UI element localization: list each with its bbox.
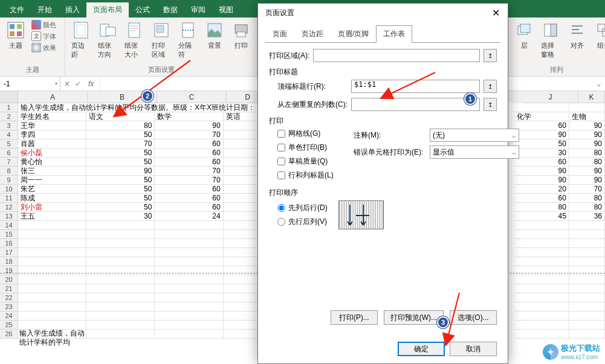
row-header[interactable]: 4 [0,130,18,139]
cell[interactable]: 侯小磊 [18,148,86,158]
cell[interactable]: 60 [155,139,223,148]
theme-fonts[interactable]: 文字体 [30,31,57,42]
cell[interactable]: 60 [155,185,223,194]
cell[interactable]: 陈成 [18,194,86,203]
cancel-button[interactable]: 取消 [450,342,497,356]
orientation-button[interactable]: 纸张方向 [95,19,120,60]
cell[interactable]: 80 [86,121,155,130]
cell[interactable]: 李四 [18,130,86,139]
cell[interactable]: 90 [569,121,605,130]
cell[interactable] [18,302,86,311]
cell[interactable] [18,239,86,248]
cell[interactable]: 刘小雷 [18,203,86,212]
breaks-button[interactable]: 分隔符 [176,19,200,60]
cell[interactable] [18,321,86,330]
check-gridlines[interactable]: 网格线(G) [277,129,344,139]
cell[interactable]: 50 [86,203,155,212]
col-B[interactable]: B [88,91,157,103]
cell[interactable]: 50 [514,139,569,148]
row-header[interactable]: 24 [0,311,18,321]
cell[interactable] [155,321,223,330]
background-button[interactable]: 背景 [202,19,227,51]
cell[interactable]: 70 [86,139,155,148]
check-draft[interactable]: 草稿质量(Q) [277,156,344,167]
tab-home[interactable]: 开始 [31,2,59,18]
cell[interactable]: 朱艺 [18,185,86,194]
cell[interactable]: 王五 [18,212,86,221]
row-header[interactable]: 8 [0,167,18,176]
cell[interactable] [569,221,605,230]
cell[interactable] [86,330,155,339]
cell[interactable]: 24 [155,212,223,221]
row-header[interactable]: 6 [0,148,18,158]
align-button[interactable]: 对齐 [565,19,589,51]
top-row-input[interactable]: $1:$1 [351,80,480,93]
row-header[interactable]: 15 [0,230,18,239]
cell[interactable] [86,302,155,311]
row-header[interactable]: 11 [0,194,18,203]
cell[interactable] [155,293,223,302]
left-col-input[interactable] [351,98,480,111]
left-col-picker-icon[interactable]: ↥ [484,98,497,111]
cell[interactable]: 50 [86,194,155,203]
cell[interactable] [514,248,569,257]
cell[interactable] [514,293,569,302]
cell[interactable]: 45 [514,212,569,221]
cell[interactable]: 60 [514,194,569,203]
cell[interactable]: 90 [155,121,223,130]
cell[interactable] [155,302,223,311]
row-header[interactable]: 7 [0,158,18,167]
tab-review[interactable]: 审阅 [184,2,212,18]
cell[interactable] [569,239,605,248]
cell[interactable] [18,311,86,321]
cell[interactable]: 张三 [18,167,86,176]
cell[interactable] [514,103,569,112]
cell[interactable]: 70 [155,130,223,139]
tab-header-footer[interactable]: 页眉/页脚 [331,25,376,43]
cell[interactable] [155,330,223,339]
cell[interactable]: 80 [569,194,605,203]
theme-effects[interactable]: 效果 [30,42,57,53]
cell[interactable]: 90 [569,130,605,139]
cell[interactable] [18,284,86,293]
name-box[interactable]: -1 [0,77,60,91]
cell[interactable] [86,230,155,239]
select-all-corner[interactable] [0,91,18,103]
cell[interactable] [569,230,605,239]
tab-page-layout[interactable]: 页面布局 [86,2,129,18]
radio-down-over[interactable]: 先列后行(D) [277,203,328,213]
cell[interactable]: 50 [86,185,155,194]
cell[interactable] [569,321,605,330]
cell[interactable] [86,239,155,248]
cell[interactable] [18,257,86,266]
cell[interactable] [569,311,605,321]
cell[interactable] [86,284,155,293]
cell[interactable]: 90 [569,139,605,148]
cell[interactable] [569,248,605,257]
cell[interactable] [155,239,223,248]
cell[interactable]: 90 [569,167,605,176]
print-area-input[interactable] [313,49,480,62]
check-rowcol[interactable]: 行和列标题(L) [277,170,344,180]
theme-colors[interactable]: 颜色 [30,19,57,30]
col-K[interactable]: K [578,91,605,103]
cell[interactable]: 60 [155,203,223,212]
cell[interactable]: 80 [569,158,605,167]
cell[interactable] [514,257,569,266]
cell[interactable]: 50 [86,176,155,185]
cell[interactable] [514,230,569,239]
cell[interactable]: 肖茜 [18,139,86,148]
size-button[interactable]: 纸张大小 [122,19,146,60]
cell[interactable] [569,284,605,293]
group-button[interactable]: 组合 [592,19,605,51]
tab-formulas[interactable]: 公式 [129,2,157,18]
cell[interactable]: 60 [155,194,223,203]
margins-button[interactable]: 页边距 [69,19,93,60]
cell[interactable] [18,221,86,230]
cell[interactable] [514,321,569,330]
row-header[interactable]: 1 [0,103,18,112]
cell[interactable] [86,257,155,266]
row-header[interactable]: 14 [0,221,18,230]
cell[interactable] [514,221,569,230]
row-header[interactable]: 13 [0,212,18,221]
